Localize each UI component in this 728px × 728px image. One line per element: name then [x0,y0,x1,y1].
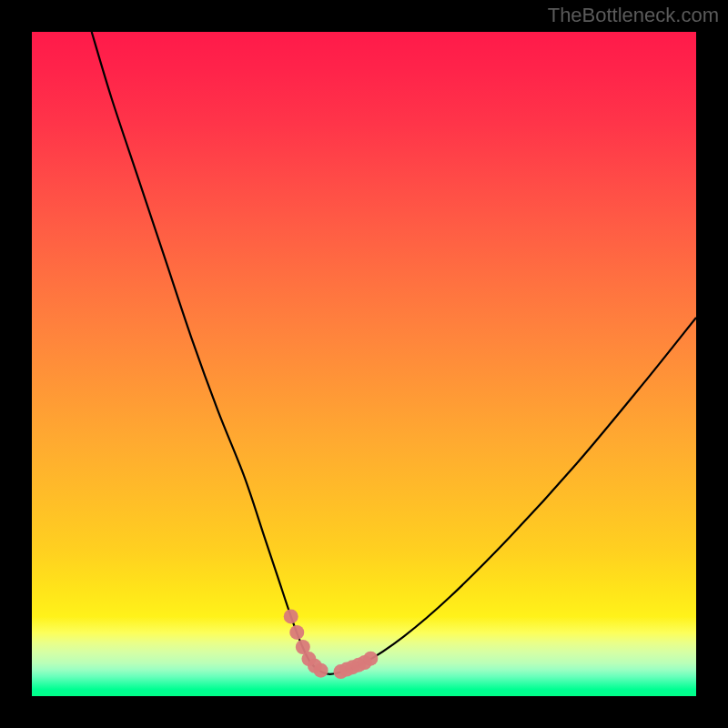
curve-marker-dot [289,625,304,640]
chart-svg [32,32,696,696]
curve-marker-dot [363,652,378,666]
curve-marker-dot [284,609,298,623]
chart-plot-area [32,32,696,696]
watermark-text: TheBottleneck.com [548,4,719,27]
curve-marker-dot [314,663,329,678]
bottleneck-curve [92,32,696,674]
curve-markers-right [333,652,378,679]
curve-markers-left [284,609,329,677]
